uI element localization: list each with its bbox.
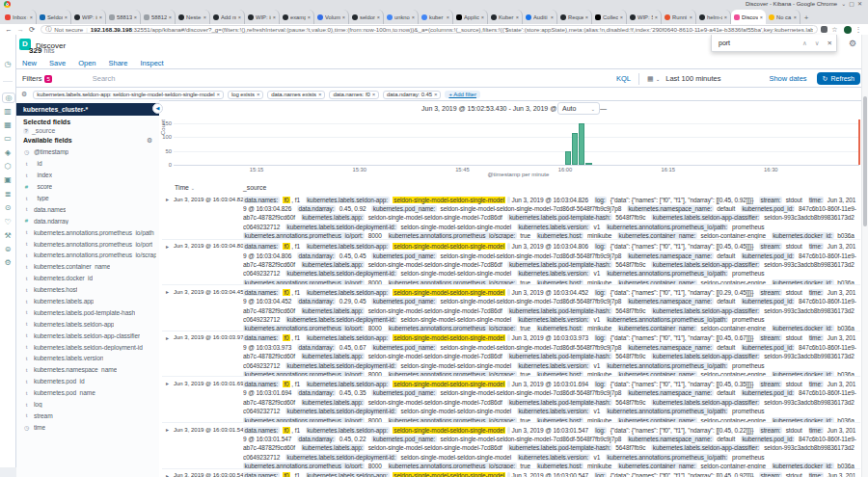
browser-tab[interactable]: No ca× <box>766 10 800 24</box>
expand-caret-icon[interactable]: ▸ <box>166 196 169 202</box>
menu-item-inspect[interactable]: Inspect <box>141 59 164 67</box>
discover-icon[interactable]: ◎ <box>2 93 15 103</box>
expand-caret-icon[interactable]: ▸ <box>166 472 169 477</box>
histogram-bar[interactable] <box>572 133 578 165</box>
field-item[interactable]: tkubernetes.annotations.prometheus_io/po… <box>23 238 156 250</box>
profile-avatar[interactable] <box>844 26 852 34</box>
tab-close-icon[interactable]: × <box>516 14 519 20</box>
extension-icon[interactable] <box>821 26 827 33</box>
find-close-icon[interactable]: ✕ <box>824 40 836 47</box>
find-input[interactable]: port <box>712 40 799 46</box>
field-item[interactable]: tkubernetes.container_name <box>23 261 156 273</box>
browser-tab[interactable]: Neste× <box>176 10 210 24</box>
interval-select[interactable]: Auto⌄ <box>557 102 600 115</box>
browser-tab[interactable]: helm-c× <box>696 10 731 24</box>
tab-close-icon[interactable]: × <box>794 14 797 20</box>
recent-icon[interactable]: ◷ <box>0 60 15 68</box>
filter-options-gear-icon[interactable]: ⚙ <box>21 91 27 98</box>
browser-tab[interactable]: kuber× <box>419 10 453 24</box>
filter-pill[interactable]: data.ndarray: 0.45× <box>383 91 441 99</box>
browser-tab[interactable]: Discov× <box>731 10 766 24</box>
tab-close-icon[interactable]: × <box>169 14 172 20</box>
canvas-icon[interactable]: ▭ <box>0 134 15 143</box>
infrastructure-icon[interactable]: ▣ <box>0 175 15 184</box>
field-item[interactable]: tkubernetes.labels.pod-template-hash <box>23 306 156 318</box>
table-row[interactable]: ▸Jun 3, 2019 @ 16:03:01.694data.names: f… <box>162 376 860 422</box>
back-icon[interactable]: ← <box>5 25 13 34</box>
field-item[interactable]: ◷@timestamp <box>23 146 156 158</box>
field-item[interactable]: tkubernetes.namespace_name <box>23 364 156 376</box>
tab-close-icon[interactable]: × <box>412 14 415 20</box>
tab-close-icon[interactable]: × <box>203 14 206 20</box>
maps-icon[interactable]: ◈ <box>0 148 15 157</box>
tab-close-icon[interactable]: × <box>481 14 484 20</box>
dev-tools-icon[interactable]: ⚒ <box>0 231 15 240</box>
field-item[interactable]: t_id <box>23 158 156 170</box>
tab-close-icon[interactable]: × <box>342 14 345 20</box>
add-filter-button[interactable]: + Add filter <box>445 91 480 98</box>
browser-tab[interactable]: Add nu× <box>210 10 245 24</box>
tab-close-icon[interactable]: × <box>655 14 658 20</box>
tab-close-icon[interactable]: × <box>308 14 311 20</box>
histogram-bar[interactable] <box>579 123 584 165</box>
field-settings-gear-icon[interactable]: ⚙ <box>147 137 152 145</box>
tab-close-icon[interactable]: × <box>620 14 623 20</box>
browser-tab[interactable]: WIP: S× <box>627 10 662 24</box>
dashboard-icon[interactable]: ▦ <box>0 120 15 129</box>
remove-filter-icon[interactable]: × <box>434 92 437 97</box>
remove-filter-icon[interactable]: × <box>217 92 220 97</box>
bookmark-star-icon[interactable]: ☆ <box>831 26 837 34</box>
tab-close-icon[interactable]: × <box>760 14 763 20</box>
tab-close-icon[interactable]: × <box>551 14 554 20</box>
new-tab-button[interactable]: + <box>800 13 812 24</box>
table-row[interactable]: ▸Jun 3, 2019 @ 16:03:04.806data.names: f… <box>162 239 860 285</box>
remove-filter-icon[interactable]: × <box>318 92 321 97</box>
uptime-icon[interactable]: ♡ <box>0 218 15 226</box>
field-item[interactable]: t_index <box>23 170 156 181</box>
find-prev-icon[interactable]: ∧ <box>799 40 811 47</box>
tab-close-icon[interactable]: × <box>447 14 449 20</box>
expand-caret-icon[interactable]: ▸ <box>166 334 169 341</box>
field-item[interactable]: #data.ndarray <box>23 215 156 226</box>
remove-filter-icon[interactable]: × <box>257 92 259 97</box>
browser-tab[interactable]: examp× <box>280 10 314 24</box>
browser-tab[interactable]: WIP: in× <box>245 10 280 24</box>
sidebar-collapse-toggle[interactable]: ◀ <box>152 103 163 114</box>
table-row[interactable]: ▸Jun 3, 2019 @ 16:03:04.826data.names: f… <box>162 193 860 239</box>
find-next-icon[interactable]: ∨ <box>811 40 824 47</box>
time-picker-value[interactable]: Last 100 minutes <box>665 74 720 83</box>
field-item[interactable]: tkubernetes.docker_id <box>23 273 156 284</box>
filter-pill[interactable]: log exists× <box>228 91 263 99</box>
field-item[interactable]: t_type <box>23 193 156 204</box>
field-item[interactable]: tlog <box>23 399 156 411</box>
expand-caret-icon[interactable]: ▸ <box>166 288 169 295</box>
filter-pill[interactable]: data.names exists× <box>267 91 325 99</box>
search-input[interactable]: Search <box>93 74 616 83</box>
table-row[interactable]: ▸Jun 3, 2019 @ 16:03:04.452data.names: f… <box>162 284 860 331</box>
browser-tab[interactable]: Kuber× <box>488 10 523 24</box>
tab-close-icon[interactable]: × <box>377 14 380 20</box>
apm-icon[interactable]: ⊙ <box>0 203 15 212</box>
browser-tab[interactable]: unkno× <box>384 10 419 24</box>
refresh-button[interactable]: ↻Refresh <box>817 72 860 85</box>
field-item[interactable]: #_score <box>23 181 156 193</box>
filters-button[interactable]: Filters5 <box>22 74 52 83</box>
browser-tab[interactable]: Auditi× <box>523 10 557 24</box>
menu-item-new[interactable]: New <box>22 59 37 67</box>
menu-item-save[interactable]: Save <box>49 59 66 67</box>
browser-tab[interactable]: Applic× <box>453 10 488 24</box>
calendar-icon[interactable]: ▦ <box>647 75 654 83</box>
table-row[interactable]: ▸Jun 3, 2019 @ 16:03:03.973data.names: f… <box>162 331 860 377</box>
source-field-item[interactable]: ?_source <box>23 127 55 134</box>
forward-icon[interactable]: → <box>17 25 25 34</box>
expand-caret-icon[interactable]: ▸ <box>166 243 169 250</box>
logs-icon[interactable]: ≣ <box>0 190 15 199</box>
field-item[interactable]: tkubernetes.annotations.prometheus_io/pa… <box>23 226 156 238</box>
tab-close-icon[interactable]: × <box>134 14 137 20</box>
field-item[interactable]: tkubernetes.pod_name <box>23 387 156 399</box>
histogram-bar[interactable] <box>565 151 571 165</box>
browser-tab[interactable]: WIP: in× <box>71 10 106 24</box>
tab-close-icon[interactable]: × <box>238 14 241 20</box>
field-item[interactable]: tkubernetes.labels.app <box>23 296 156 307</box>
field-item[interactable]: tkubernetes.labels.seldon-app <box>23 318 156 330</box>
